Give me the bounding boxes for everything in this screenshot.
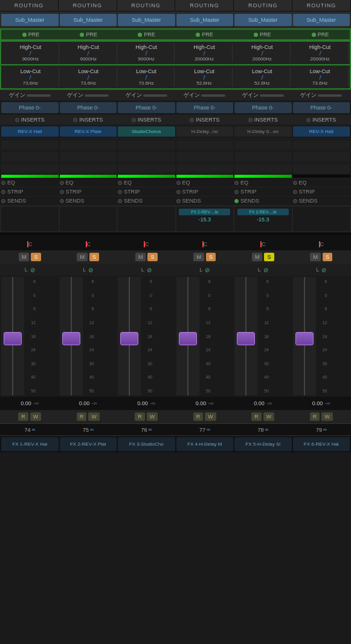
strip-cell-1[interactable]: STRIP — [1, 189, 59, 195]
l-label-2[interactable]: L — [83, 267, 86, 273]
gain-cell-1[interactable]: ゲイン — [1, 91, 59, 99]
ch-link-3[interactable]: ∞ — [148, 427, 152, 432]
strip-cell-6[interactable]: STRIP — [293, 189, 350, 195]
phase-btn-2[interactable]: Phase 0- — [60, 102, 117, 113]
eq-cell-2[interactable]: EQ — [60, 180, 117, 186]
write-btn-3[interactable]: W — [147, 412, 158, 421]
eq-cell-1[interactable]: EQ — [1, 180, 59, 186]
write-btn-5[interactable]: W — [263, 412, 275, 421]
fx-btn-4[interactable]: H-Delay...no — [176, 126, 234, 137]
channel-name-6[interactable]: FX 6-REV-X Hal — [293, 437, 350, 451]
gain-cell-2[interactable]: ゲイン — [60, 91, 117, 99]
hicut-cell-2[interactable]: High-Cut𝑓9000Hz — [60, 44, 117, 62]
ch-link-2[interactable]: ∞ — [90, 427, 94, 432]
sub-master-btn-3[interactable]: Sub_Master — [118, 14, 175, 26]
solo-btn-3[interactable]: S — [147, 253, 157, 261]
ch-link-5[interactable]: ∞ — [265, 427, 268, 432]
hicut-cell-6[interactable]: High-Cut𝑓20000Hz — [292, 44, 349, 62]
read-btn-3[interactable]: R — [135, 412, 145, 421]
fader-knob-6[interactable] — [293, 277, 316, 395]
solo-btn-6[interactable]: S — [323, 253, 332, 261]
sends-cell-3[interactable]: SENDS — [118, 198, 175, 204]
fader-handle-6[interactable] — [295, 332, 314, 345]
lowcut-cell-5[interactable]: Low-Cut𝑓52.6Hz — [234, 68, 291, 86]
inserts-btn-3[interactable]: INSERTS — [118, 117, 175, 123]
inserts-btn-5[interactable]: INSERTS — [234, 117, 292, 123]
fader-handle-3[interactable] — [120, 332, 138, 345]
mute-btn-5[interactable]: M — [252, 253, 263, 261]
fx-btn-2[interactable]: REV-X Plate — [60, 126, 117, 137]
hicut-cell-5[interactable]: High-Cut𝑓20000Hz — [234, 44, 291, 62]
fader-knob-5[interactable] — [234, 277, 257, 395]
sends-cell-6[interactable]: SENDS — [293, 198, 350, 204]
lowcut-cell-1[interactable]: Low-Cut𝑓73.6Hz — [2, 68, 59, 86]
strip-cell-4[interactable]: STRIP — [176, 189, 234, 195]
lowcut-cell-2[interactable]: Low-Cut𝑓73.6Hz — [60, 68, 117, 86]
read-btn-1[interactable]: R — [18, 412, 28, 421]
lowcut-cell-4[interactable]: Low-Cut𝑓52.6Hz — [176, 68, 233, 86]
ch-link-1[interactable]: ∞ — [31, 427, 35, 432]
read-btn-5[interactable]: R — [251, 412, 262, 421]
fx-btn-5[interactable]: H-Delay S...eo — [234, 126, 292, 137]
l-label-3[interactable]: L — [141, 267, 144, 273]
sends-cell-2[interactable]: SENDS — [60, 198, 117, 204]
solo-btn-2[interactable]: S — [89, 253, 99, 261]
mute-btn-4[interactable]: M — [193, 253, 204, 261]
write-btn-6[interactable]: W — [321, 412, 333, 421]
pre-btn-4[interactable]: PRE — [176, 31, 233, 37]
sends-fx-btn-5[interactable]: FX 2-REV-...te — [237, 209, 289, 215]
hicut-cell-4[interactable]: High-Cut𝑓20000Hz — [176, 44, 233, 62]
ch-link-6[interactable]: ∞ — [323, 427, 327, 432]
fader-knob-2[interactable] — [60, 277, 83, 395]
sub-master-btn-5[interactable]: Sub_Master — [234, 14, 292, 26]
pre-btn-1[interactable]: PRE — [2, 31, 59, 37]
l-label-1[interactable]: L — [25, 267, 28, 273]
inserts-btn-1[interactable]: INSERTS — [1, 117, 59, 123]
l-label-6[interactable]: L — [316, 267, 319, 273]
solo-btn-4[interactable]: S — [206, 253, 216, 261]
write-btn-1[interactable]: W — [30, 412, 42, 421]
fader-knob-1[interactable] — [1, 277, 24, 395]
write-btn-4[interactable]: W — [205, 412, 216, 421]
fader-knob-4[interactable] — [176, 277, 199, 395]
read-btn-4[interactable]: R — [193, 412, 204, 421]
strip-cell-2[interactable]: STRIP — [60, 189, 117, 195]
sends-fx-btn-4[interactable]: FX 2-REV-...te — [179, 209, 230, 215]
sends-info-4[interactable]: FX 2-REV-...te -15.3 — [176, 207, 234, 231]
fader-knob-3[interactable] — [118, 277, 141, 395]
hicut-cell-1[interactable]: High-Cut𝑓9000Hz — [2, 44, 59, 62]
edit-icon-6[interactable]: ⊘ — [321, 267, 326, 273]
sends-cell-5[interactable]: SENDS — [234, 198, 292, 204]
eq-cell-5[interactable]: EQ — [234, 180, 292, 186]
gain-cell-5[interactable]: ゲイン — [234, 91, 292, 99]
fx-btn-6[interactable]: REV-X Hall — [293, 126, 350, 137]
fx-btn-3[interactable]: StudioChorus — [118, 126, 175, 137]
sub-master-btn-6[interactable]: Sub_Master — [293, 14, 350, 26]
phase-btn-4[interactable]: Phase 0- — [176, 102, 234, 113]
lowcut-cell-6[interactable]: Low-Cut𝑓73.6Hz — [292, 68, 349, 86]
pre-btn-6[interactable]: PRE — [292, 31, 349, 37]
pre-btn-2[interactable]: PRE — [60, 31, 117, 37]
read-btn-2[interactable]: R — [77, 412, 87, 421]
sub-master-btn-1[interactable]: Sub_Master — [1, 14, 59, 26]
eq-cell-3[interactable]: EQ — [118, 180, 175, 186]
routing-cell-3[interactable]: ROUTING — [117, 0, 176, 11]
inserts-btn-4[interactable]: INSERTS — [176, 117, 234, 123]
routing-cell-1[interactable]: ROUTING — [0, 0, 59, 11]
phase-btn-5[interactable]: Phase 0- — [234, 102, 292, 113]
routing-cell-5[interactable]: ROUTING — [234, 0, 292, 11]
read-btn-6[interactable]: R — [310, 412, 320, 421]
edit-icon-1[interactable]: ⊘ — [30, 267, 35, 273]
channel-name-3[interactable]: FX 3-StudioCho — [118, 437, 175, 451]
phase-btn-1[interactable]: Phase 0- — [1, 102, 59, 113]
solo-btn-1[interactable]: S — [31, 253, 40, 261]
eq-cell-4[interactable]: EQ — [176, 180, 234, 186]
sends-info-5[interactable]: FX 2-REV-...te -15.3 — [234, 207, 292, 231]
fx-btn-1[interactable]: REV-X Hall — [1, 126, 59, 137]
edit-icon-5[interactable]: ⊘ — [263, 267, 268, 273]
edit-icon-3[interactable]: ⊘ — [147, 267, 152, 273]
eq-cell-6[interactable]: EQ — [293, 180, 350, 186]
hicut-cell-3[interactable]: High-Cut𝑓9000Hz — [118, 44, 175, 62]
mute-btn-2[interactable]: M — [77, 253, 88, 261]
fader-handle-2[interactable] — [62, 332, 80, 345]
